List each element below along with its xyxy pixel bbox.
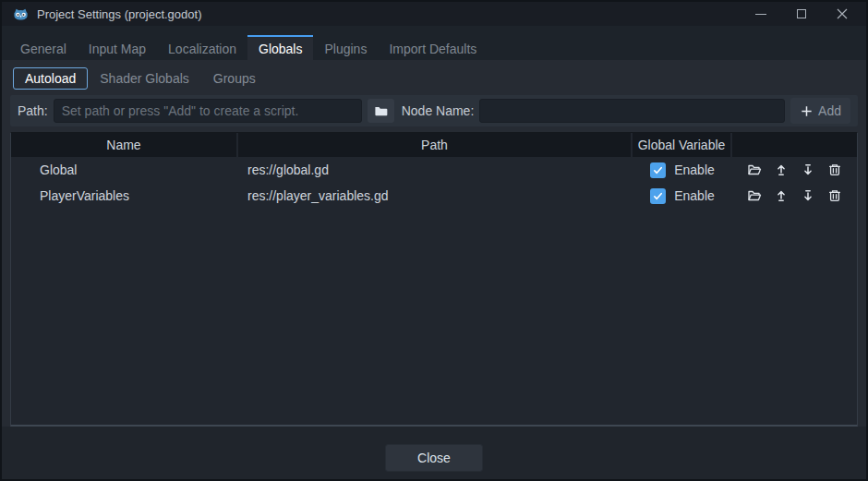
browse-path-button[interactable]	[368, 99, 394, 123]
trash-icon	[827, 188, 842, 203]
window-title: Project Settings (project.godot)	[37, 7, 748, 21]
table-header: Name Path Global Variable	[11, 133, 857, 157]
move-up-button[interactable]	[773, 162, 790, 178]
dialog-footer: Close	[2, 427, 866, 479]
delete-button[interactable]	[826, 187, 843, 204]
autoload-table: Name Path Global Variable Global res://g…	[10, 132, 858, 427]
open-script-button[interactable]	[746, 162, 763, 178]
tab-input-map[interactable]: Input Map	[78, 35, 157, 60]
window-controls	[748, 4, 855, 24]
globals-subtabs: Autoload Shader Globals Groups	[13, 67, 858, 90]
subtab-groups[interactable]: Groups	[201, 67, 268, 90]
plus-icon	[800, 104, 814, 118]
add-autoload-button[interactable]: Add	[790, 98, 850, 124]
open-script-button[interactable]	[746, 187, 763, 204]
move-down-icon	[801, 188, 815, 203]
godot-logo-icon	[13, 6, 29, 22]
tab-localization[interactable]: Localization	[157, 35, 247, 60]
move-up-button[interactable]	[773, 187, 790, 204]
tab-plugins[interactable]: Plugins	[313, 35, 378, 60]
path-label: Path:	[18, 103, 48, 118]
move-up-icon	[774, 188, 789, 203]
enable-checkbox[interactable]	[650, 188, 666, 204]
enable-label: Enable	[674, 162, 715, 177]
move-down-button[interactable]	[800, 162, 816, 178]
autoload-name: PlayerVariables	[11, 183, 238, 209]
trash-icon	[827, 162, 842, 177]
autoload-path: res://global.gd	[238, 157, 633, 183]
column-header-name[interactable]: Name	[11, 133, 238, 157]
tab-globals[interactable]: Globals	[247, 35, 313, 60]
autoload-toolbar: Path: Node Name: Add	[10, 95, 858, 126]
minimize-icon[interactable]	[748, 4, 774, 24]
project-settings-window: Project Settings (project.godot) General…	[0, 0, 868, 481]
folder-open-icon	[747, 188, 762, 203]
table-row[interactable]: PlayerVariables res://player_variables.g…	[11, 183, 857, 209]
add-button-label: Add	[818, 103, 841, 118]
table-row[interactable]: Global res://global.gd Enable	[11, 157, 857, 183]
settings-tabbar: General Input Map Localization Globals P…	[2, 26, 866, 60]
column-header-global-variable[interactable]: Global Variable	[633, 133, 732, 157]
folder-icon	[374, 104, 388, 118]
tab-general[interactable]: General	[9, 35, 78, 60]
enable-checkbox[interactable]	[650, 162, 666, 178]
maximize-icon[interactable]	[789, 4, 814, 24]
node-name-input[interactable]	[479, 99, 785, 123]
globals-panel: Autoload Shader Globals Groups Path: Nod…	[2, 60, 866, 427]
close-button[interactable]: Close	[385, 444, 483, 472]
column-header-actions	[732, 133, 857, 157]
autoload-name: Global	[11, 157, 238, 183]
move-down-icon	[801, 162, 815, 177]
folder-open-icon	[747, 162, 762, 177]
enable-label: Enable	[674, 188, 715, 203]
column-header-path[interactable]: Path	[238, 133, 633, 157]
delete-button[interactable]	[826, 162, 843, 178]
titlebar[interactable]: Project Settings (project.godot)	[2, 2, 866, 26]
move-down-button[interactable]	[800, 187, 816, 204]
close-icon[interactable]	[829, 4, 855, 24]
subtab-autoload[interactable]: Autoload	[13, 67, 88, 90]
move-up-icon	[774, 162, 789, 177]
path-input[interactable]	[54, 99, 362, 123]
node-name-label: Node Name:	[402, 103, 475, 118]
autoload-path: res://player_variables.gd	[238, 183, 633, 209]
tab-import-defaults[interactable]: Import Defaults	[378, 35, 488, 60]
subtab-shader-globals[interactable]: Shader Globals	[88, 67, 201, 90]
